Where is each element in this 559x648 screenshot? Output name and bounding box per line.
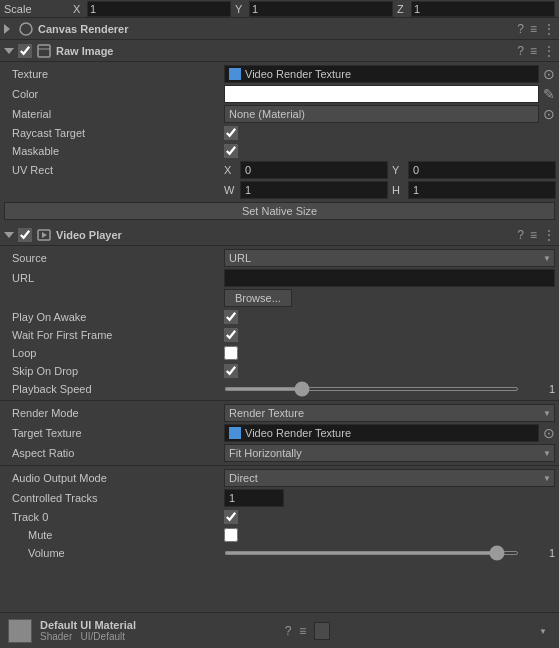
- bottom-settings-icon[interactable]: ≡: [299, 624, 306, 638]
- video-player-enabled-checkbox[interactable]: [18, 228, 32, 242]
- maskable-row: Maskable: [0, 142, 559, 160]
- svg-marker-4: [42, 232, 47, 238]
- browse-button[interactable]: Browse...: [224, 289, 292, 307]
- audio-output-dropdown-wrapper[interactable]: Direct: [224, 469, 555, 487]
- video-player-header: Video Player ? ≡ ⋮: [0, 224, 559, 246]
- raycast-checkbox[interactable]: [224, 126, 238, 140]
- play-awake-checkbox[interactable]: [224, 310, 238, 324]
- playback-label: Playback Speed: [4, 383, 224, 395]
- canvas-renderer-help-icon[interactable]: ?: [517, 22, 524, 36]
- canvas-renderer-icons: ? ≡ ⋮: [517, 22, 555, 36]
- bottom-subtitle: Shader UI/Default: [40, 631, 277, 642]
- aspect-ratio-label: Aspect Ratio: [4, 447, 224, 459]
- raw-image-icons: ? ≡ ⋮: [517, 44, 555, 58]
- texture-field[interactable]: Video Render Texture: [224, 65, 539, 83]
- scale-y-input[interactable]: [249, 1, 393, 17]
- volume-value: 1: [224, 547, 555, 559]
- controlled-tracks-label: Controlled Tracks: [4, 492, 224, 504]
- skip-drop-label: Skip On Drop: [4, 365, 224, 377]
- video-player-arrow[interactable]: [4, 232, 14, 238]
- uv-x-input[interactable]: [240, 161, 388, 179]
- render-mode-dropdown-wrapper[interactable]: Render Texture: [224, 404, 555, 422]
- canvas-renderer-arrow[interactable]: [4, 24, 14, 34]
- target-texture-dot-icon[interactable]: ⊙: [543, 425, 555, 441]
- video-player-icons: ? ≡ ⋮: [517, 228, 555, 242]
- skip-drop-row: Skip On Drop: [0, 362, 559, 380]
- raw-image-help-icon[interactable]: ?: [517, 44, 524, 58]
- track-row: Track 0: [0, 508, 559, 526]
- render-mode-select[interactable]: Render Texture: [224, 404, 555, 422]
- video-player-help-icon[interactable]: ?: [517, 228, 524, 242]
- source-row: Source URL: [0, 248, 559, 268]
- raw-image-more-icon[interactable]: ⋮: [543, 44, 555, 58]
- play-awake-row: Play On Awake: [0, 308, 559, 326]
- uv-rect-xy: X Y: [224, 161, 556, 179]
- material-field[interactable]: None (Material): [224, 105, 539, 123]
- uv-y-input[interactable]: [408, 161, 556, 179]
- scale-z-input[interactable]: [411, 1, 555, 17]
- skip-drop-checkbox[interactable]: [224, 364, 238, 378]
- uv-w-input[interactable]: [240, 181, 388, 199]
- track-label: Track 0: [4, 511, 224, 523]
- track-value: [224, 510, 555, 524]
- raycast-value: [224, 126, 555, 140]
- canvas-renderer-settings-icon[interactable]: ≡: [530, 22, 537, 36]
- url-value: [224, 269, 555, 287]
- audio-output-label: Audio Output Mode: [4, 472, 224, 484]
- audio-output-select[interactable]: Direct: [224, 469, 555, 487]
- target-texture-label: Target Texture: [4, 427, 224, 439]
- maskable-label: Maskable: [4, 145, 224, 157]
- color-picker[interactable]: [224, 85, 539, 103]
- mute-checkbox[interactable]: [224, 528, 238, 542]
- material-dot-icon[interactable]: ⊙: [543, 106, 555, 122]
- url-input[interactable]: [224, 269, 555, 287]
- material-preview-square: [8, 619, 32, 643]
- raw-image-enabled-checkbox[interactable]: [18, 44, 32, 58]
- texture-dot-icon[interactable]: ⊙: [543, 66, 555, 82]
- canvas-renderer-more-icon[interactable]: ⋮: [543, 22, 555, 36]
- render-mode-value: Render Texture: [224, 404, 555, 422]
- bottom-info: Default UI Material Shader UI/Default: [40, 619, 277, 642]
- mute-row: Mute: [0, 526, 559, 544]
- bottom-dropdown[interactable]: [314, 622, 551, 640]
- texture-value: Video Render Texture ⊙: [224, 65, 555, 83]
- playback-slider[interactable]: [224, 387, 519, 391]
- volume-label: Volume: [4, 547, 224, 559]
- loop-value: [224, 346, 555, 360]
- source-select[interactable]: URL: [224, 249, 555, 267]
- playback-row: Playback Speed 1: [0, 380, 559, 398]
- wait-first-checkbox[interactable]: [224, 328, 238, 342]
- raw-image-arrow[interactable]: [4, 48, 14, 54]
- aspect-ratio-select[interactable]: Fit Horizontally: [224, 444, 555, 462]
- bottom-dropdown-btn[interactable]: [314, 622, 330, 640]
- scale-row: Scale X Y Z: [0, 0, 559, 18]
- uv-w-label: W: [224, 184, 238, 196]
- bottom-help-icon[interactable]: ?: [285, 624, 292, 638]
- color-label: Color: [4, 88, 224, 100]
- controlled-tracks-value: [224, 489, 555, 507]
- scale-z-axis: Z: [397, 3, 409, 15]
- target-texture-field[interactable]: Video Render Texture: [224, 424, 539, 442]
- maskable-checkbox[interactable]: [224, 144, 238, 158]
- shader-value: UI/Default: [81, 631, 125, 642]
- mute-value: [224, 528, 555, 542]
- scale-x-pair: X: [73, 1, 231, 17]
- scale-z-pair: Z: [397, 1, 555, 17]
- raw-image-settings-icon[interactable]: ≡: [530, 44, 537, 58]
- canvas-renderer-icon: [18, 21, 34, 37]
- video-player-settings-icon[interactable]: ≡: [530, 228, 537, 242]
- track-checkbox[interactable]: [224, 510, 238, 524]
- aspect-ratio-dropdown-wrapper[interactable]: Fit Horizontally: [224, 444, 555, 462]
- native-size-button[interactable]: Set Native Size: [4, 202, 555, 220]
- video-player-more-icon[interactable]: ⋮: [543, 228, 555, 242]
- scale-x-input[interactable]: [87, 1, 231, 17]
- volume-slider[interactable]: [224, 551, 519, 555]
- browse-value: Browse...: [224, 289, 555, 307]
- color-dot-icon[interactable]: ✎: [543, 86, 555, 102]
- controlled-tracks-input[interactable]: [224, 489, 284, 507]
- uv-h-input[interactable]: [408, 181, 556, 199]
- audio-output-row: Audio Output Mode Direct: [0, 468, 559, 488]
- skip-drop-value: [224, 364, 555, 378]
- loop-checkbox[interactable]: [224, 346, 238, 360]
- source-dropdown-wrapper[interactable]: URL: [224, 249, 555, 267]
